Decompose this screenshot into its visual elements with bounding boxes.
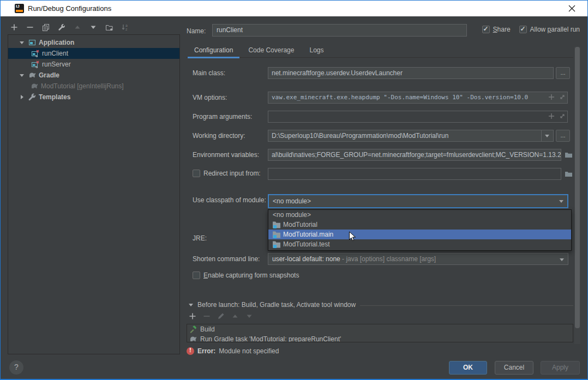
before-launch-item-build[interactable]: Build <box>187 324 573 334</box>
edit-defaults-wrench-icon[interactable] <box>58 23 65 31</box>
configurations-toolbar: az <box>10 23 129 33</box>
before-launch-title: Before launch: Build, Gradle task, Activ… <box>197 301 356 309</box>
edit-task-pencil-icon[interactable] <box>217 312 225 320</box>
redirect-input-field[interactable] <box>268 168 561 180</box>
before-launch-item-gradle-task[interactable]: Run Gradle task 'ModTutorial: prepareRun… <box>187 334 573 342</box>
tab-logs[interactable]: Logs <box>302 44 331 57</box>
module-dropdown-popup: <no module> ModTutorial ModTutorial.main… <box>268 209 572 251</box>
module-icon <box>273 241 280 248</box>
working-directory-label: Working directory: <box>193 132 245 140</box>
add-macro-icon[interactable] <box>548 112 555 120</box>
vertical-scrollbar[interactable] <box>574 47 580 344</box>
module-icon <box>273 221 280 228</box>
add-configuration-icon[interactable] <box>10 23 18 31</box>
working-directory-browse-button[interactable]: ... <box>556 130 570 142</box>
browse-folder-icon[interactable] <box>565 151 573 159</box>
program-arguments-label: Program arguments: <box>193 113 252 120</box>
before-launch-item-label: Build <box>200 325 215 333</box>
tree-item-templates[interactable]: Templates <box>8 92 179 102</box>
name-label: Name: <box>187 27 206 35</box>
scrollbar-thumb[interactable] <box>575 47 580 328</box>
tree-item-runclient[interactable]: runClient <box>8 48 179 59</box>
expand-icon[interactable] <box>19 94 25 100</box>
main-class-field[interactable]: net.minecraftforge.userdev.UserdevLaunch… <box>268 67 554 79</box>
checkbox-unchecked-icon <box>193 170 200 177</box>
browse-folder-icon[interactable] <box>565 170 573 178</box>
close-button[interactable] <box>562 2 581 15</box>
dropdown-item-modtutorial[interactable]: ModTutorial <box>268 220 571 230</box>
remove-task-icon[interactable] <box>203 312 211 320</box>
build-hammer-icon <box>189 325 197 334</box>
before-launch-list: Build Run Gradle task 'ModTutorial: prep… <box>187 324 573 342</box>
title-bar: Run/Debug Configurations <box>1 1 587 16</box>
main-class-label: Main class: <box>193 69 225 77</box>
gradle-elephant-icon <box>189 335 197 342</box>
error-prefix: Error: <box>197 347 215 355</box>
move-up-icon[interactable] <box>74 23 81 31</box>
shorten-command-line-row: Shorten command line: user-local default… <box>187 253 573 266</box>
program-arguments-row: Program arguments: <box>187 111 573 124</box>
add-macro-icon[interactable] <box>548 93 555 101</box>
move-task-up-icon[interactable] <box>231 312 239 320</box>
chevron-down-icon <box>560 258 564 261</box>
tree-item-gradle[interactable]: Gradle <box>8 70 179 81</box>
name-input[interactable]: runClient <box>212 24 467 37</box>
program-arguments-field[interactable] <box>268 111 568 123</box>
application-type-icon <box>28 38 37 47</box>
environment-variables-row: Environment variables: al\build\natives;… <box>187 149 573 162</box>
vm-options-field[interactable]: vaw.exe_minecraft.exe.heapdump "-Dos.nam… <box>268 92 568 104</box>
tree-item-runserver[interactable]: runServer <box>8 59 179 70</box>
checkbox-checked-icon <box>482 26 490 33</box>
dropdown-item-modtutorial-main[interactable]: ModTutorial.main <box>268 230 571 239</box>
tree-item-modtutorial[interactable]: ModTutorial [genIntellijRuns] <box>8 81 179 92</box>
main-class-browse-button[interactable]: ... <box>556 67 570 79</box>
add-task-icon[interactable] <box>189 312 196 320</box>
redirect-input-checkbox[interactable]: Redirect input from: <box>193 170 261 177</box>
apply-button[interactable]: Apply <box>541 361 580 375</box>
shorten-command-line-combo[interactable]: user-local default: none - java [options… <box>268 253 568 265</box>
tab-configuration[interactable]: Configuration <box>187 44 241 57</box>
expand-field-icon[interactable] <box>559 93 566 101</box>
run-config-invalid-icon <box>31 49 40 58</box>
error-icon <box>187 347 194 355</box>
tree-item-label: Templates <box>39 93 70 101</box>
before-launch-toolbar <box>189 312 253 320</box>
help-button[interactable]: ? <box>9 360 23 375</box>
use-classpath-combo[interactable]: <no module> <box>268 194 568 208</box>
working-directory-row: Working directory: D:\Superloup10\Bureau… <box>187 130 573 143</box>
tree-item-label: runClient <box>42 50 68 57</box>
enable-capturing-checkbox[interactable]: Enable capturing form snapshots <box>193 272 299 279</box>
dropdown-item-modtutorial-test[interactable]: ModTutorial.test <box>268 239 571 249</box>
cancel-button[interactable]: Cancel <box>495 361 533 375</box>
tree-item-application[interactable]: Application <box>8 37 179 48</box>
working-directory-dropdown-icon[interactable] <box>541 130 553 141</box>
collapse-icon[interactable] <box>19 40 25 45</box>
share-checkbox[interactable]: Share <box>482 26 511 33</box>
expand-field-icon[interactable] <box>559 112 566 120</box>
jre-label: JRE: <box>193 234 207 242</box>
error-message: Module not specified <box>219 347 279 355</box>
environment-variables-field[interactable]: al\build\natives;FORGE_GROUP=net.minecra… <box>268 149 561 161</box>
ok-button[interactable]: OK <box>449 361 487 375</box>
enable-capturing-label: Enable capturing form snapshots <box>203 272 299 279</box>
move-task-down-icon[interactable] <box>245 312 253 320</box>
allow-parallel-run-checkbox[interactable]: Allow parallel run <box>519 26 580 33</box>
sort-configurations-icon[interactable]: az <box>121 23 129 31</box>
working-directory-field[interactable]: D:\Superloup10\Bureau\Programmation\mod\… <box>268 130 554 142</box>
create-folder-icon[interactable] <box>105 23 113 31</box>
run-config-invalid-icon <box>31 60 40 69</box>
templates-wrench-icon <box>28 93 37 101</box>
tab-code-coverage[interactable]: Code Coverage <box>241 44 302 57</box>
tree-item-label: runServer <box>42 61 71 68</box>
gradle-elephant-icon <box>28 71 37 80</box>
collapse-icon[interactable] <box>19 73 25 78</box>
checkbox-checked-icon <box>519 26 527 33</box>
before-launch-header[interactable]: Before launch: Build, Gradle task, Activ… <box>187 301 573 309</box>
remove-configuration-icon[interactable] <box>26 23 34 31</box>
separator <box>360 305 573 306</box>
tab-bar: Configuration Code Coverage Logs <box>187 44 573 58</box>
move-down-icon[interactable] <box>89 23 97 31</box>
dropdown-item-no-module[interactable]: <no module> <box>268 210 571 220</box>
module-icon <box>273 231 280 238</box>
copy-configuration-icon[interactable] <box>42 23 50 31</box>
